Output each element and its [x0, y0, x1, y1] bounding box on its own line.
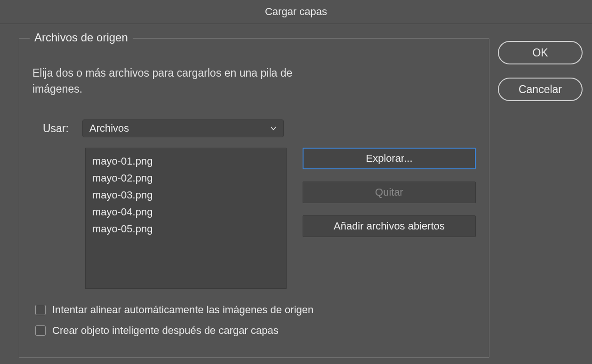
align-checkbox-row[interactable]: Intentar alinear automáticamente las imá… — [35, 304, 476, 316]
files-and-actions: mayo-01.pngmayo-02.pngmayo-03.pngmayo-04… — [85, 148, 476, 289]
file-list[interactable]: mayo-01.pngmayo-02.pngmayo-03.pngmayo-04… — [85, 148, 287, 289]
dialog-body: Archivos de origen Elija dos o más archi… — [0, 24, 592, 364]
right-column: OK Cancelar — [489, 38, 592, 358]
smart-object-checkbox[interactable] — [35, 325, 46, 336]
cancel-button[interactable]: Cancelar — [498, 78, 583, 101]
source-files-group: Archivos de origen Elija dos o más archi… — [19, 38, 489, 358]
align-checkbox-label: Intentar alinear automáticamente las imá… — [52, 304, 313, 316]
checkbox-group: Intentar alinear automáticamente las imá… — [35, 304, 476, 337]
use-row: Usar: Archivos — [43, 119, 476, 137]
use-select[interactable]: Archivos — [82, 119, 284, 137]
remove-button[interactable]: Quitar — [303, 182, 476, 203]
file-list-item[interactable]: mayo-03.png — [92, 187, 280, 204]
align-checkbox[interactable] — [35, 305, 46, 315]
smart-object-checkbox-label: Crear objeto inteligente después de carg… — [52, 324, 279, 337]
add-open-files-button[interactable]: Añadir archivos abiertos — [303, 215, 476, 237]
file-list-item[interactable]: mayo-01.png — [92, 153, 280, 170]
dialog-window: Cargar capas Archivos de origen Elija do… — [0, 0, 592, 364]
help-text: Elija dos o más archivos para cargarlos … — [32, 65, 324, 97]
ok-button[interactable]: OK — [498, 41, 583, 64]
use-label: Usar: — [43, 122, 71, 135]
smart-object-checkbox-row[interactable]: Crear objeto inteligente después de carg… — [35, 324, 476, 337]
browse-button[interactable]: Explorar... — [303, 148, 476, 169]
file-list-item[interactable]: mayo-02.png — [92, 170, 280, 187]
file-actions: Explorar... Quitar Añadir archivos abier… — [303, 148, 476, 289]
file-list-item[interactable]: mayo-04.png — [92, 204, 280, 221]
group-legend: Archivos de origen — [30, 31, 133, 44]
chevron-down-icon — [270, 125, 277, 132]
use-select-value: Archivos — [89, 122, 129, 135]
file-list-item[interactable]: mayo-05.png — [92, 221, 280, 237]
dialog-title: Cargar capas — [0, 0, 592, 24]
left-column: Archivos de origen Elija dos o más archi… — [19, 38, 489, 358]
